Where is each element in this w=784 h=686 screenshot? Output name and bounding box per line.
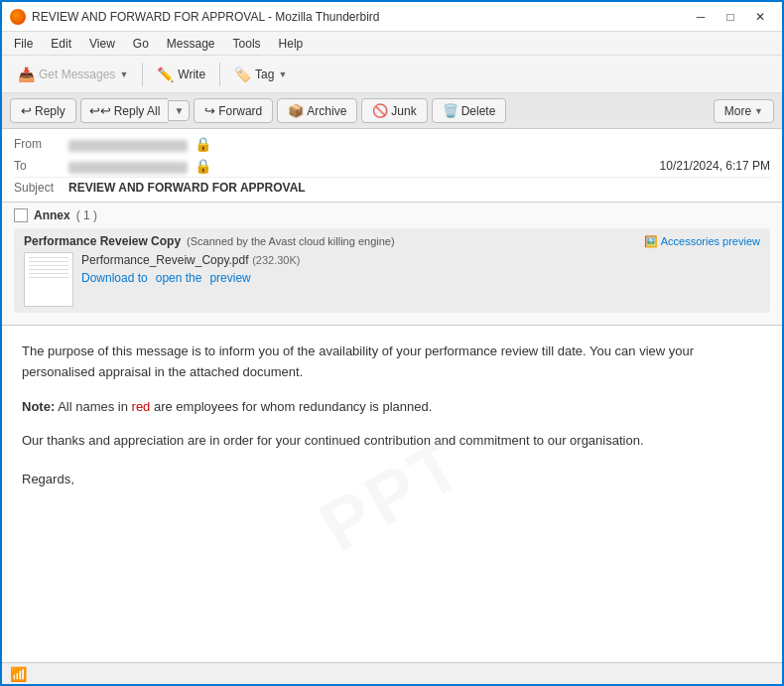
main-window: REVIEW AND FORWARD FOR APPROVAL - Mozill… — [0, 0, 784, 686]
junk-icon: 🚫 — [372, 103, 388, 118]
maximize-button[interactable]: □ — [717, 6, 744, 28]
from-label: From — [14, 137, 68, 151]
from-value: 🔒 — [68, 136, 770, 152]
note-red: red — [132, 399, 151, 414]
to-blurred — [68, 162, 188, 174]
menu-view[interactable]: View — [81, 35, 123, 53]
download-link[interactable]: Download to — [81, 271, 148, 285]
write-button[interactable]: ✏️ Write — [149, 63, 213, 86]
more-button[interactable]: More ▼ — [714, 99, 774, 123]
reply-all-dropdown[interactable]: ▼ — [168, 100, 190, 121]
menu-edit[interactable]: Edit — [43, 35, 79, 53]
attachment-area: Annex ( 1 ) Performance Reveiew Copy (Sc… — [2, 203, 782, 326]
get-messages-button[interactable]: 📥 Get Messages ▼ — [10, 63, 136, 86]
open-link[interactable]: open the — [156, 271, 202, 285]
to-label: To — [14, 159, 68, 173]
write-label: Write — [178, 68, 205, 81]
junk-label: Junk — [391, 104, 416, 118]
annex-header: Annex ( 1 ) — [14, 208, 770, 222]
file-thumbnail — [24, 252, 73, 307]
file-thumb-lines — [29, 257, 68, 281]
menu-help[interactable]: Help — [271, 35, 312, 53]
attachment-info: Performance Reveiew Copy (Scanned by the… — [14, 228, 770, 313]
wifi-icon: 📶 — [10, 666, 27, 682]
subject-value: REVIEW AND FORWARD FOR APPROVAL — [68, 181, 306, 195]
note-text: All names in — [58, 399, 131, 414]
thunderbird-icon — [10, 9, 26, 25]
reply-all-split: ↩↩ Reply All ▼ — [80, 98, 191, 123]
archive-icon: 📦 — [288, 103, 304, 118]
body-paragraph-3: Our thanks and appreciation are in order… — [22, 431, 762, 452]
encrypt-icon: 🔒 — [195, 136, 211, 152]
annex-count: ( 1 ) — [76, 208, 97, 222]
file-name: Performance_Reveiw_Copy.pdf — [81, 253, 249, 267]
delete-button[interactable]: 🗑️ Delete — [432, 98, 507, 123]
get-messages-arrow: ▼ — [119, 69, 128, 79]
annex-checkbox[interactable] — [14, 208, 28, 222]
toolbar-divider-2 — [219, 63, 220, 86]
subject-label: Subject — [14, 181, 68, 195]
reply-label: Reply — [35, 104, 65, 118]
reply-button[interactable]: ↩ Reply — [10, 98, 76, 123]
to-encrypt-icon: 🔒 — [195, 158, 211, 174]
reply-icon: ↩ — [21, 103, 32, 118]
accessories-icon: 🖼️ — [644, 235, 658, 248]
window-controls: ─ □ ✕ — [687, 6, 774, 28]
accessories-label: Accessories preview — [661, 235, 760, 247]
minimize-button[interactable]: ─ — [687, 6, 715, 28]
more-arrow: ▼ — [754, 106, 763, 116]
get-messages-icon: 📥 — [18, 67, 35, 82]
delete-label: Delete — [461, 104, 496, 118]
status-bar: 📶 — [2, 662, 782, 684]
tag-button[interactable]: 🏷️ Tag ▼ — [226, 63, 295, 86]
archive-button[interactable]: 📦 Archive — [277, 98, 357, 123]
tag-icon: 🏷️ — [234, 67, 251, 82]
email-body: PPT The purpose of this message is to in… — [2, 326, 782, 662]
to-value: 🔒 — [68, 158, 660, 174]
reply-all-button[interactable]: ↩↩ Reply All — [80, 98, 169, 123]
from-row: From 🔒 — [14, 133, 770, 155]
attachment-name: Performance Reveiew Copy — [24, 234, 181, 248]
menu-bar: File Edit View Go Message Tools Help — [2, 32, 782, 56]
file-size: (232.30K) — [252, 254, 300, 266]
subject-row: Subject REVIEW AND FORWARD FOR APPROVAL — [14, 177, 770, 198]
more-label: More — [724, 104, 751, 118]
preview-link[interactable]: preview — [209, 271, 250, 285]
action-bar: ↩ Reply ↩↩ Reply All ▼ ↪ Forward 📦 Archi… — [2, 93, 782, 129]
file-info: Performance_Reveiw_Copy.pdf (232.30K) Do… — [81, 252, 300, 285]
forward-label: Forward — [218, 104, 262, 118]
title-bar-left: REVIEW AND FORWARD FOR APPROVAL - Mozill… — [10, 9, 380, 25]
forward-button[interactable]: ↪ Forward — [194, 98, 273, 123]
close-button[interactable]: ✕ — [746, 6, 774, 28]
tag-arrow: ▼ — [278, 69, 287, 79]
to-row: To 🔒 10/21/2024, 6:17 PM — [14, 155, 770, 177]
body-paragraph-1: The purpose of this message is to inform… — [22, 342, 762, 383]
forward-icon: ↪ — [204, 103, 215, 118]
file-actions: Download to open the preview — [81, 271, 300, 285]
menu-file[interactable]: File — [6, 35, 41, 53]
annex-label: Annex — [34, 208, 70, 222]
from-blurred — [68, 140, 188, 152]
attachment-file: Performance_Reveiw_Copy.pdf (232.30K) Do… — [24, 252, 760, 307]
file-name-row: Performance_Reveiw_Copy.pdf (232.30K) — [81, 252, 300, 267]
get-messages-label: Get Messages — [39, 68, 115, 81]
delete-icon: 🗑️ — [443, 103, 458, 118]
attachment-info-row: Performance Reveiew Copy (Scanned by the… — [24, 234, 760, 248]
email-header: From 🔒 To 🔒 10/21/2024, 6:17 PM Subject … — [2, 129, 782, 203]
menu-tools[interactable]: Tools — [225, 35, 269, 53]
email-date: 10/21/2024, 6:17 PM — [660, 159, 770, 173]
archive-label: Archive — [307, 104, 346, 118]
junk-button[interactable]: 🚫 Junk — [361, 98, 427, 123]
main-toolbar: 📥 Get Messages ▼ ✏️ Write 🏷️ Tag ▼ — [2, 56, 782, 93]
reply-all-label: Reply All — [114, 104, 161, 118]
body-note: Note: All names in red are employees for… — [22, 397, 762, 418]
attachment-scanned: (Scanned by the Avast cloud killing engi… — [187, 235, 395, 247]
window-title: REVIEW AND FORWARD FOR APPROVAL - Mozill… — [32, 10, 380, 24]
tag-label: Tag — [255, 68, 274, 81]
note-text2: are employees for whom redundancy is pla… — [154, 399, 432, 414]
body-regards: Regards, — [22, 472, 762, 486]
title-bar: REVIEW AND FORWARD FOR APPROVAL - Mozill… — [2, 2, 782, 32]
menu-message[interactable]: Message — [159, 35, 223, 53]
accessories-preview-link[interactable]: 🖼️ Accessories preview — [644, 235, 760, 248]
menu-go[interactable]: Go — [125, 35, 157, 53]
